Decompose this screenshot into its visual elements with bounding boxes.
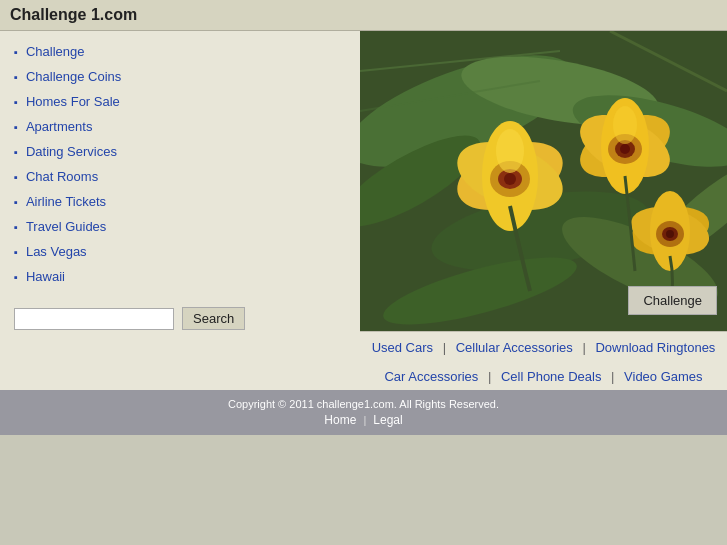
sidebar-item-challenge-coins[interactable]: ▪Challenge Coins [0, 64, 360, 89]
nav-item-label: Challenge [26, 44, 85, 59]
sidebar-item-las-vegas[interactable]: ▪Las Vegas [0, 239, 360, 264]
sep3: | [488, 369, 491, 384]
link-car-accessories[interactable]: Car Accessories [384, 369, 478, 384]
sidebar-item-chat-rooms[interactable]: ▪Chat Rooms [0, 164, 360, 189]
page-wrapper: Challenge 1.com ▪Challenge▪Challenge Coi… [0, 0, 727, 435]
nav-item-label: Travel Guides [26, 219, 106, 234]
footer-legal-link[interactable]: Legal [373, 413, 402, 427]
sidebar-item-dating-services[interactable]: ▪Dating Services [0, 139, 360, 164]
nav-item-label: Challenge Coins [26, 69, 121, 84]
bullet-icon: ▪ [14, 96, 18, 108]
sep4: | [611, 369, 614, 384]
link-cell-phone-deals[interactable]: Cell Phone Deals [501, 369, 601, 384]
footer: Copyright © 2011 challenge1.com. All Rig… [0, 390, 727, 435]
footer-links: Home | Legal [10, 413, 717, 427]
link-video-games[interactable]: Video Games [624, 369, 703, 384]
nav-list: ▪Challenge▪Challenge Coins▪Homes For Sal… [0, 39, 360, 289]
sidebar-item-hawaii[interactable]: ▪Hawaii [0, 264, 360, 289]
search-area: Search [0, 289, 360, 348]
bullet-icon: ▪ [14, 121, 18, 133]
links-row-1: Used Cars | Cellular Accessories | Downl… [360, 331, 727, 363]
bullet-icon: ▪ [14, 246, 18, 258]
hero-image: Challenge [360, 31, 727, 331]
nav-item-label: Dating Services [26, 144, 117, 159]
svg-point-28 [666, 230, 674, 238]
sidebar-item-homes-for-sale[interactable]: ▪Homes For Sale [0, 89, 360, 114]
nav-item-label: Hawaii [26, 269, 65, 284]
sep2: | [582, 340, 585, 355]
nav-item-label: Apartments [26, 119, 92, 134]
bullet-icon: ▪ [14, 271, 18, 283]
nav-item-label: Homes For Sale [26, 94, 120, 109]
links-row-2: Car Accessories | Cell Phone Deals | Vid… [360, 363, 727, 390]
copyright-text: Copyright © 2011 challenge1.com. All Rig… [10, 398, 717, 410]
link-used-cars[interactable]: Used Cars [372, 340, 433, 355]
link-download-ringtones[interactable]: Download Ringtones [595, 340, 715, 355]
site-title: Challenge 1.com [10, 6, 717, 24]
sep1: | [443, 340, 446, 355]
site-header: Challenge 1.com [0, 0, 727, 31]
nav-item-label: Las Vegas [26, 244, 87, 259]
sidebar-item-airline-tickets[interactable]: ▪Airline Tickets [0, 189, 360, 214]
nav-item-label: Airline Tickets [26, 194, 106, 209]
link-cellular-accessories[interactable]: Cellular Accessories [456, 340, 573, 355]
bullet-icon: ▪ [14, 221, 18, 233]
bullet-icon: ▪ [14, 46, 18, 58]
search-input[interactable] [14, 308, 174, 330]
footer-sep: | [363, 414, 366, 426]
svg-point-22 [613, 106, 637, 144]
bullet-icon: ▪ [14, 196, 18, 208]
sidebar-item-challenge[interactable]: ▪Challenge [0, 39, 360, 64]
bullet-icon: ▪ [14, 71, 18, 83]
challenge-button[interactable]: Challenge [628, 286, 717, 315]
footer-home-link[interactable]: Home [324, 413, 356, 427]
search-button[interactable]: Search [182, 307, 245, 330]
main-layout: ▪Challenge▪Challenge Coins▪Homes For Sal… [0, 31, 727, 390]
sidebar: ▪Challenge▪Challenge Coins▪Homes For Sal… [0, 31, 360, 390]
right-panel: Challenge Used Cars | Cellular Accessori… [360, 31, 727, 390]
bullet-icon: ▪ [14, 171, 18, 183]
svg-point-14 [504, 173, 516, 185]
bullet-icon: ▪ [14, 146, 18, 158]
svg-point-21 [620, 144, 630, 154]
sidebar-item-travel-guides[interactable]: ▪Travel Guides [0, 214, 360, 239]
sidebar-item-apartments[interactable]: ▪Apartments [0, 114, 360, 139]
svg-point-15 [496, 129, 524, 173]
nav-item-label: Chat Rooms [26, 169, 98, 184]
